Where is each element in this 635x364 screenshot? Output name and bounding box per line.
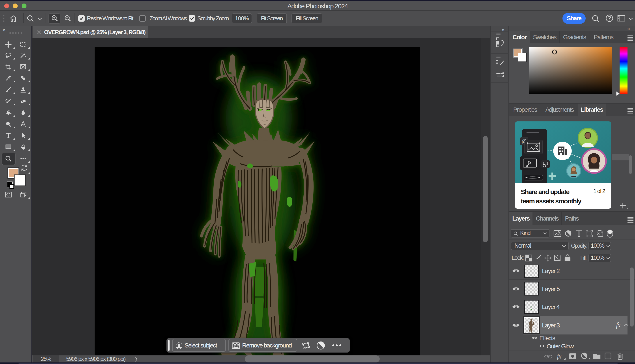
svg-text:fx: fx [557,352,561,360]
